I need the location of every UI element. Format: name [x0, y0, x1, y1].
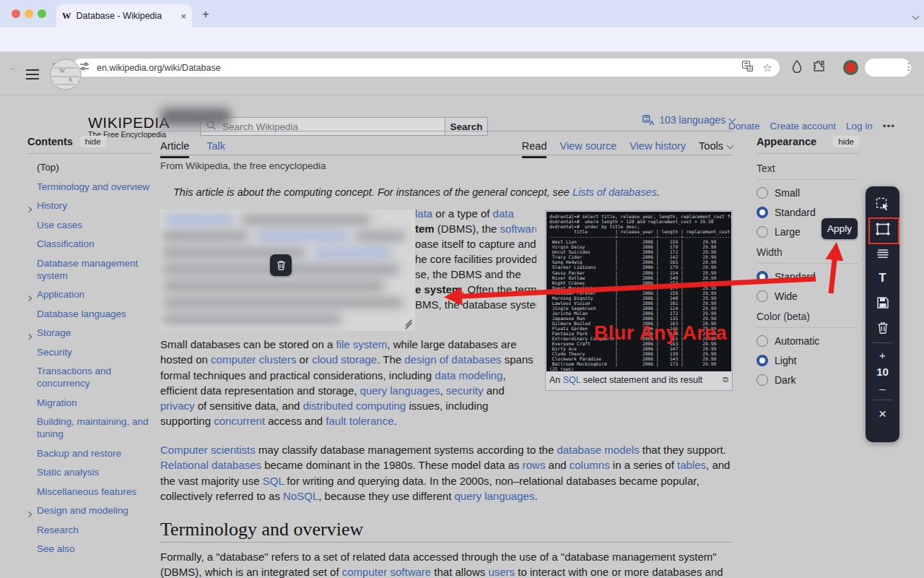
wiki-link[interactable]: fault tolerance: [326, 415, 393, 427]
radio-standard[interactable]: Standard: [757, 271, 859, 282]
sidebar-item-label[interactable]: Building, maintaining, and tuning: [37, 416, 149, 439]
search-button[interactable]: Search: [445, 117, 488, 136]
wiki-link[interactable]: data modeling: [435, 369, 502, 381]
search-box[interactable]: [200, 117, 445, 136]
sidebar-item-label[interactable]: Classification: [37, 238, 95, 249]
sidebar-item-miscellaneous-features[interactable]: Miscellaneous features: [27, 486, 152, 498]
wiki-link[interactable]: query languages: [454, 490, 534, 502]
sidebar-item-building-maintaining-and-tuning[interactable]: Building, maintaining, and tuning: [27, 415, 152, 440]
radio-dot[interactable]: [757, 207, 768, 218]
sidebar-item-database-management-system[interactable]: Database management system: [27, 257, 152, 282]
wikipedia-globe-logo[interactable]: W A: [49, 58, 82, 94]
sidebar-item-design-and-modeling[interactable]: Design and modeling: [27, 504, 152, 517]
window-minimize-button[interactable]: [25, 9, 33, 18]
radio-dot[interactable]: [757, 374, 768, 386]
sidebar-item-label[interactable]: Terminology and overview: [37, 181, 149, 192]
wiki-link[interactable]: security: [446, 384, 484, 397]
sidebar-item-security[interactable]: Security: [27, 346, 152, 358]
wiki-link[interactable]: computer clusters: [211, 353, 296, 366]
tab-search-chevron-icon[interactable]: [913, 9, 918, 22]
log-in-link[interactable]: Log in: [846, 121, 873, 131]
trash-tool-icon[interactable]: [866, 315, 899, 340]
wiki-link[interactable]: design of databases: [404, 353, 501, 366]
sidebar-item-label[interactable]: Backup and restore: [37, 448, 121, 459]
wiki-link[interactable]: software: [500, 223, 536, 235]
wikipedia-wordmark[interactable]: WIKIPEDIA The Free Encyclopedia: [88, 114, 170, 139]
expand-chevron-icon[interactable]: [27, 291, 31, 303]
sidebar-item-label[interactable]: Transactions and concurrency: [37, 366, 111, 389]
wiki-link[interactable]: database models: [557, 444, 639, 456]
sidebar-item-label[interactable]: Database management system: [37, 258, 138, 281]
radio-dot[interactable]: [757, 271, 768, 282]
sidebar-item-label[interactable]: Application: [37, 289, 84, 300]
sidebar-item-storage[interactable]: Storage: [27, 327, 152, 339]
header-more-icon[interactable]: •••: [883, 121, 895, 131]
sidebar-item-research[interactable]: Research: [27, 524, 152, 536]
wiki-link[interactable]: concurrent: [214, 415, 265, 427]
tab-article[interactable]: Article: [160, 140, 189, 158]
wiki-link[interactable]: Relational databases: [160, 459, 261, 471]
sidebar-item-label[interactable]: Storage: [37, 327, 71, 338]
apply-button[interactable]: Apply: [821, 218, 858, 239]
sidebar-item-label[interactable]: Research: [37, 525, 79, 535]
remove-blur-button[interactable]: [270, 254, 292, 276]
sidebar-item-label[interactable]: Use cases: [37, 220, 82, 230]
sidebar-item-label[interactable]: Database languages: [37, 309, 126, 319]
appearance-hide-button[interactable]: hide: [833, 136, 859, 147]
sidebar-item-label[interactable]: Miscellaneous features: [37, 486, 136, 497]
blur-resize-handle[interactable]: [404, 321, 413, 329]
tools-menu[interactable]: Tools: [699, 140, 733, 158]
view-source[interactable]: View source: [559, 140, 616, 158]
wiki-link[interactable]: cloud storage: [312, 353, 377, 366]
sidebar-item-static-analysis[interactable]: Static analysis: [27, 466, 152, 478]
expand-chevron-icon[interactable]: [27, 329, 31, 342]
window-zoom-button[interactable]: [38, 9, 46, 18]
sidebar-item-backup-and-restore[interactable]: Backup and restore: [27, 447, 152, 460]
tab-talk[interactable]: Talk: [206, 140, 225, 158]
wiki-link[interactable]: distributed computing: [303, 400, 406, 412]
sidebar-item-migration[interactable]: Migration: [27, 397, 152, 409]
sidebar-item-label[interactable]: Static analysis: [37, 467, 99, 478]
sidebar-item-use-cases[interactable]: Use cases: [27, 219, 152, 231]
sidebar-item-label[interactable]: Migration: [37, 397, 77, 408]
browser-tab[interactable]: W Database - Wikipedia ×: [56, 4, 192, 27]
radio-wide[interactable]: Wide: [757, 290, 859, 302]
wiki-link[interactable]: lata: [415, 207, 432, 220]
wiki-link[interactable]: users: [488, 566, 515, 578]
sidebar-item-label[interactable]: Design and modeling: [37, 505, 128, 516]
radio-dot[interactable]: [757, 355, 768, 366]
wiki-link[interactable]: Lists of databases: [572, 186, 657, 198]
view-history[interactable]: View history: [629, 140, 686, 158]
radio-automatic[interactable]: Automatic: [757, 335, 859, 347]
close-toolbar-button[interactable]: ×: [866, 403, 899, 425]
languages-selector[interactable]: A 103 languages: [642, 114, 735, 126]
languages-label[interactable]: 103 languages: [659, 114, 725, 126]
sidebar-item-database-languages[interactable]: Database languages: [27, 308, 152, 320]
sidebar-item-label[interactable]: Security: [37, 347, 72, 358]
radio-dot[interactable]: [757, 290, 768, 302]
expand-chevron-icon[interactable]: [27, 202, 31, 215]
sidebar-item-label[interactable]: (Top): [37, 162, 59, 173]
radio-dark[interactable]: Dark: [757, 374, 859, 386]
expand-chevron-icon[interactable]: [27, 507, 31, 519]
new-tab-button[interactable]: +: [202, 7, 209, 22]
sidebar-item-application[interactable]: Application: [27, 288, 152, 301]
create-account-link[interactable]: Create account: [770, 121, 836, 131]
blur-strength-decrease-button[interactable]: –: [866, 379, 899, 397]
sidebar-item-label[interactable]: See also: [37, 543, 75, 554]
sidebar-item-history[interactable]: History: [27, 199, 152, 212]
wiki-link[interactable]: file system: [336, 338, 388, 350]
wiki-link[interactable]: query languages: [360, 384, 440, 397]
hamburger-menu-icon[interactable]: [26, 66, 39, 82]
radio-small[interactable]: Small: [757, 187, 859, 199]
area-select-tool-icon[interactable]: [866, 192, 899, 217]
sidebar-item-label[interactable]: History: [37, 200, 67, 211]
radio-light[interactable]: Light: [757, 355, 859, 366]
wiki-link[interactable]: Computer scientists: [160, 444, 256, 456]
radio-dot[interactable]: [757, 187, 768, 199]
blur-strength-increase-button[interactable]: +: [866, 346, 899, 363]
text-tool-icon[interactable]: T: [866, 266, 899, 290]
save-icon[interactable]: [866, 290, 899, 315]
blur-element-tool-icon[interactable]: [866, 241, 899, 266]
wiki-link[interactable]: tables: [677, 459, 706, 471]
